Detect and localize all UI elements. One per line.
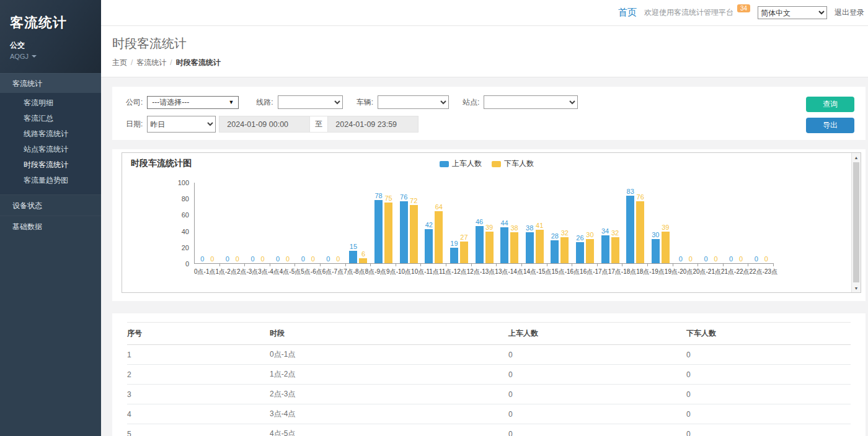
chart-bar-value: 0: [301, 255, 305, 263]
sidebar-section-设备状态[interactable]: 设备状态: [0, 194, 101, 216]
chart-bar-group: 41: [536, 222, 544, 263]
scroll-down-icon[interactable]: ▼: [852, 284, 861, 292]
chart-bar-value: 19: [450, 240, 458, 247]
chart-bar-group: 19: [450, 240, 458, 263]
chart-bar-group: 64: [435, 203, 443, 263]
notification-badge[interactable]: 34: [737, 4, 750, 12]
table-header-上车人数: 上车人数: [508, 323, 686, 345]
home-link[interactable]: 首页: [618, 7, 637, 19]
chart-scrollbar[interactable]: ▲ ▼: [851, 153, 861, 292]
station-label: 站点:: [463, 97, 479, 108]
vehicle-select[interactable]: [378, 95, 449, 109]
chart-bar-value: 46: [476, 218, 483, 225]
station-select[interactable]: [484, 95, 578, 109]
page-title: 时段客流统计: [112, 35, 868, 52]
sidebar-item-客流汇总[interactable]: 客流汇总: [0, 111, 101, 126]
chart-bar: [611, 237, 619, 263]
sidebar-item-客流量趋势图[interactable]: 客流量趋势图: [0, 173, 101, 188]
chart-category-12点-13点: 4438: [497, 183, 522, 263]
chart-bar-value: 30: [586, 231, 593, 238]
chart-bar-group: 0: [752, 255, 760, 263]
chart-bar: [450, 248, 458, 263]
chart-bar-group: 15: [349, 243, 357, 263]
chart-x-axis: 0点-1点1点-2点2点-3点3点-4点4点-5点5点-6点6点-7点7点-8点…: [194, 268, 774, 276]
table-cell: 5: [127, 424, 270, 436]
table-row: 32点-3点00: [127, 385, 851, 404]
chart-bar: [510, 232, 518, 263]
date-preset-select[interactable]: 昨日: [147, 116, 216, 133]
chart-bar: [425, 229, 433, 263]
sidebar-item-线路客流统计[interactable]: 线路客流统计: [0, 126, 101, 142]
table-header-row: 序号时段上车人数下车人数: [127, 323, 851, 345]
chart-category-18点-19点: 3039: [648, 183, 673, 263]
chart-bar-value: 15: [350, 243, 357, 250]
chart-bar-value: 0: [689, 255, 693, 263]
chart-bar-value: 39: [485, 224, 493, 231]
chart-bar-value: 30: [652, 231, 659, 238]
table-row: 21点-2点00: [127, 365, 851, 385]
chart-bar-group: 0: [274, 255, 282, 263]
chart-bar-value: 64: [435, 203, 443, 211]
x-tick-label: 2点-3点: [237, 268, 258, 276]
sidebar-section-客流统计[interactable]: 客流统计: [0, 73, 101, 93]
table-row: 43点-4点00: [127, 404, 851, 424]
table-cell: 3点-4点: [270, 404, 508, 424]
chart-bar-group: 30: [652, 231, 660, 263]
x-tick-label: 4点-5点: [280, 268, 301, 276]
org-selector[interactable]: AQGJ: [10, 53, 91, 60]
chart-bar-value: 0: [755, 255, 758, 263]
company-label: 公司:: [126, 97, 143, 108]
x-tick-label: 15点-16点: [552, 268, 580, 276]
company-select[interactable]: ---请选择--- ▼: [147, 96, 239, 109]
language-select[interactable]: 简体中文: [758, 6, 827, 19]
legend-swatch: [440, 161, 449, 167]
chart-bar: [500, 227, 508, 263]
legend-label: 下车人数: [504, 159, 534, 169]
chart-bar-group: 0: [686, 255, 694, 263]
logout-link[interactable]: 退出登录: [835, 7, 864, 18]
chart-bar-value: 0: [286, 255, 290, 263]
chart-bar: [601, 235, 609, 263]
chart-bar-group: 0: [309, 255, 317, 263]
x-tick-label: 8点-9点: [365, 268, 386, 276]
chart-category-22点-23点: 00: [748, 183, 774, 263]
legend-item-上车人数[interactable]: 上车人数: [440, 159, 482, 169]
date-to-input[interactable]: 2024-01-09 23:59: [327, 116, 418, 133]
table-cell: 3: [127, 385, 270, 404]
triangle-down-icon: ▼: [228, 99, 234, 105]
chart-bar: [349, 251, 357, 263]
table-cell: 0: [508, 365, 686, 385]
chart-bar-group: 30: [586, 231, 594, 263]
table-panel: 序号时段上车人数下车人数 10点-1点0021点-2点0032点-3点0043点…: [112, 313, 866, 436]
scrollbar-thumb[interactable]: [853, 162, 859, 282]
x-tick-label: 9点-10点: [386, 268, 411, 276]
org-name: 公交: [10, 40, 91, 51]
sidebar-section-基础数据[interactable]: 基础数据: [0, 216, 101, 237]
table-cell: 4: [127, 404, 270, 424]
chart-bar-value: 0: [704, 255, 707, 263]
table-cell: 0: [508, 345, 686, 365]
table-cell: 2: [127, 365, 270, 385]
chart-category-2点-3点: 00: [245, 183, 270, 263]
line-select[interactable]: [278, 95, 343, 109]
breadcrumb-item[interactable]: 主页: [112, 58, 127, 67]
export-button[interactable]: 导出: [806, 118, 854, 133]
sidebar-item-客流明细[interactable]: 客流明细: [0, 95, 101, 111]
query-button[interactable]: 查询: [806, 97, 854, 112]
chart-bar-group: 0: [737, 255, 745, 263]
chart-bar-value: 0: [729, 255, 733, 263]
sidebar-item-时段客流统计[interactable]: 时段客流统计: [0, 157, 101, 173]
chart-bar-value: 0: [210, 255, 214, 263]
scroll-up-icon[interactable]: ▲: [852, 153, 861, 162]
page-heading: 时段客流统计 主页/客流统计/时段客流统计: [101, 26, 868, 77]
main-area: 首页 欢迎使用客流统计管理平台 34 简体中文 退出登录 时段客流统计 主页/客…: [101, 0, 868, 436]
sidebar-item-站点客流统计[interactable]: 站点客流统计: [0, 142, 101, 157]
chart-bar-group: 0: [334, 255, 342, 263]
date-from-input[interactable]: 2024-01-09 00:00: [219, 116, 310, 133]
chart-category-5点-6点: 00: [321, 183, 346, 263]
breadcrumb-item[interactable]: 客流统计: [136, 58, 166, 67]
chart-bar-value: 0: [260, 255, 264, 263]
legend-item-下车人数[interactable]: 下车人数: [492, 159, 534, 169]
x-tick-label: 3点-4点: [258, 268, 279, 276]
chart-bar-group: 0: [762, 255, 770, 263]
